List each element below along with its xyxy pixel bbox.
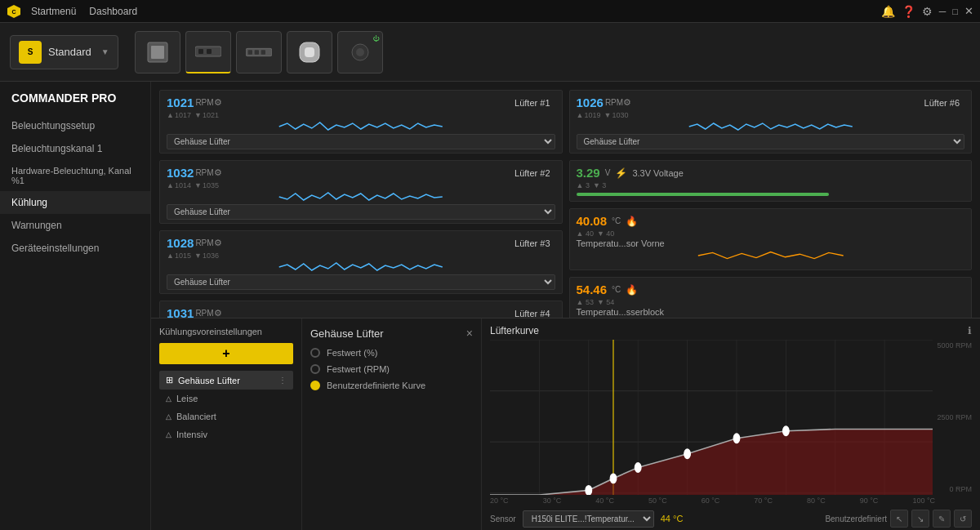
help-icon[interactable]: ❓ xyxy=(902,5,915,18)
fan-1-preset-select[interactable]: Gehäuse Lüfter xyxy=(167,134,555,149)
maximize-icon[interactable]: □ xyxy=(952,7,958,16)
fan-4-name: Lüfter #4 xyxy=(222,309,550,318)
sensor-2-wave xyxy=(577,249,965,262)
chart-info-button[interactable]: ℹ xyxy=(968,325,972,336)
titlebar-menu: Startmenü Dashboard xyxy=(31,6,137,17)
titlebar: C Startmenü Dashboard 🔔 ❓ ⚙ ─ □ ✕ xyxy=(0,0,980,23)
option-festwert-rpm[interactable]: Festwert (RPM) xyxy=(310,364,473,374)
radio-percent-circle xyxy=(310,348,320,358)
sidebar-item-beleuchtungssetup[interactable]: Beleuchtungssetup xyxy=(0,114,150,137)
chart-area: Lüfterkurve ℹ xyxy=(482,318,980,530)
preset-item-leise[interactable]: △ Leise xyxy=(159,390,293,408)
device-tab-4[interactable] xyxy=(287,31,332,73)
fan-2-preset-select[interactable]: Gehäuse Lüfter xyxy=(167,204,555,220)
sensor-1-bar xyxy=(577,193,829,196)
fan-curve-close-button[interactable]: × xyxy=(466,327,473,340)
sidebar-item-warnungen[interactable]: Warnungen xyxy=(0,214,150,237)
device-tab-3[interactable] xyxy=(236,31,282,73)
sidebar-item-beleuchtungskanal[interactable]: Beleuchtungskanal 1 xyxy=(0,137,150,160)
device-icon: S xyxy=(19,41,42,64)
sensor-select[interactable]: H150i ELITE...!Temperatur... xyxy=(523,510,654,528)
sensor-3-value: 54.46 xyxy=(577,283,608,296)
menu-dashboard[interactable]: Dashboard xyxy=(89,6,137,17)
fan-4-gear-icon[interactable]: ⚙ xyxy=(214,308,222,318)
chart-action-btn-1[interactable]: ↖ xyxy=(890,510,908,528)
temp-icon-2: 🔥 xyxy=(626,284,638,296)
settings-icon[interactable]: ⚙ xyxy=(922,5,933,18)
sensor-1-unit: V xyxy=(605,168,611,177)
fan-1-wave xyxy=(167,119,555,134)
add-preset-button[interactable]: + xyxy=(159,343,293,364)
chart-action-btn-2[interactable]: ↘ xyxy=(911,510,929,528)
preset-item-balanciert[interactable]: △ Balanciert xyxy=(159,408,293,425)
fan-card-6: 1026 RPM ⚙ Lüfter #6 ▲ 1019 ▼ 1030 Gehäu… xyxy=(569,90,973,154)
fan-3-wave xyxy=(167,260,555,274)
preset-item-gehause-lüfter[interactable]: ⊞ Gehäuse Lüfter ⋮ xyxy=(159,371,293,390)
option-festwert-percent[interactable]: Festwert (%) xyxy=(310,348,473,358)
sidebar: COMMANDER PRO Beleuchtungssetup Beleucht… xyxy=(0,82,151,530)
device-tab-1[interactable] xyxy=(135,31,180,73)
sidebar-item-gerateeinstellungen[interactable]: Geräteeinstellungen xyxy=(0,237,150,260)
power-on-icon: ⏻ xyxy=(372,35,379,42)
sensor-1-label: 3.3V Voltage xyxy=(632,168,683,178)
fan-3-minmax: ▲ 1015 ▼ 1036 xyxy=(167,252,555,260)
bell-icon[interactable]: 🔔 xyxy=(881,5,895,18)
fan-6-preset-select[interactable]: Gehäuse Lüfter xyxy=(577,134,965,149)
svg-rect-9 xyxy=(254,50,258,54)
svg-rect-5 xyxy=(198,49,203,54)
chart-action-btn-3[interactable]: ✎ xyxy=(933,510,951,528)
chart-bottom-controls: Sensor H150i ELITE...!Temperatur... 44 °… xyxy=(490,510,972,528)
fan-4-value: 1031 xyxy=(167,306,194,318)
current-temp-display: 44 °C xyxy=(661,514,684,523)
device-tab-5[interactable]: ⏻ xyxy=(337,31,383,73)
fan-3-gear-icon[interactable]: ⚙ xyxy=(214,238,222,248)
bottom-panel: Kühlungsvoreinstellungen + ⊞ Gehäuse Lüf… xyxy=(151,318,980,530)
curve-point-6 xyxy=(782,426,789,435)
fan-3-preset-select[interactable]: Gehäuse Lüfter xyxy=(167,274,555,290)
fan-1-gear-icon[interactable]: ⚙ xyxy=(214,97,222,108)
close-icon[interactable]: ✕ xyxy=(964,5,973,17)
fan-2-gear-icon[interactable]: ⚙ xyxy=(214,167,222,178)
fan-6-name: Lüfter #6 xyxy=(631,98,960,108)
fan-2-wave xyxy=(167,189,555,204)
fan-2-minmax: ▲ 1014 ▼ 1035 xyxy=(167,181,555,189)
sidebar-item-hardware-beleuchtung[interactable]: Hardware-Beleuchtung, Kanal %1 xyxy=(0,160,150,191)
sensor-3-unit: °C xyxy=(612,285,621,294)
device-chevron-icon: ▼ xyxy=(101,47,109,56)
fan-curve-config-panel: Gehäuse Lüfter × Festwert (%) Festwert (… xyxy=(302,318,482,530)
preset-options-icon: ⋮ xyxy=(278,376,287,385)
chart-y-labels: 5000 RPM 2500 RPM 0 RPM xyxy=(934,340,972,495)
preset-item-intensiv[interactable]: △ Intensiv xyxy=(159,425,293,443)
svg-rect-10 xyxy=(261,50,265,54)
content-area: 1021 RPM ⚙ Lüfter #1 ▲ 1017 ▼ 1021 Gehäu… xyxy=(151,82,980,530)
fan-2-name: Lüfter #2 xyxy=(222,168,550,178)
svg-rect-3 xyxy=(151,46,164,59)
chart-action-btn-4[interactable]: ↺ xyxy=(954,510,972,528)
device-selector[interactable]: S Standard ▼ xyxy=(10,35,118,69)
device-tab-2-icon xyxy=(195,38,221,65)
curve-point-2 xyxy=(610,474,617,483)
device-tab-2[interactable] xyxy=(185,31,231,73)
intense-preset-icon: △ xyxy=(166,430,172,439)
fan-3-name: Lüfter #3 xyxy=(222,238,550,248)
fan-3-unit: RPM xyxy=(195,238,213,247)
menu-startmenu[interactable]: Startmenü xyxy=(31,6,76,17)
fan-6-wave xyxy=(577,119,965,134)
voltage-icon-1: ⚡ xyxy=(615,167,627,179)
device-tab-1-icon xyxy=(145,39,171,65)
sensor-3-minmax: ▲ 53 ▼ 54 xyxy=(577,298,965,306)
fan-2-unit: RPM xyxy=(195,168,213,177)
device-tabs: ⏻ xyxy=(135,31,383,73)
fan-curve-panel-title: Gehäuse Lüfter × xyxy=(310,327,473,340)
fans-column: 1021 RPM ⚙ Lüfter #1 ▲ 1017 ▼ 1021 Gehäu… xyxy=(158,88,564,311)
fan-1-name: Lüfter #1 xyxy=(222,98,550,108)
fan-curve-chart[interactable] xyxy=(490,340,933,495)
sensor-2-label: Temperatu...sor Vorne xyxy=(577,238,665,248)
sensor-3-label: Temperatu...sserblock xyxy=(577,307,665,317)
minimize-icon[interactable]: ─ xyxy=(939,6,947,17)
sidebar-item-kühlung[interactable]: Kühlung xyxy=(0,191,150,214)
fan-6-gear-icon[interactable]: ⚙ xyxy=(623,97,631,108)
sensors-column: 1026 RPM ⚙ Lüfter #6 ▲ 1019 ▼ 1030 Gehäu… xyxy=(568,88,974,311)
sidebar-title: COMMANDER PRO xyxy=(0,91,150,114)
option-benutzerdefinierte-kurve[interactable]: Benutzerdefinierte Kurve xyxy=(310,381,473,390)
